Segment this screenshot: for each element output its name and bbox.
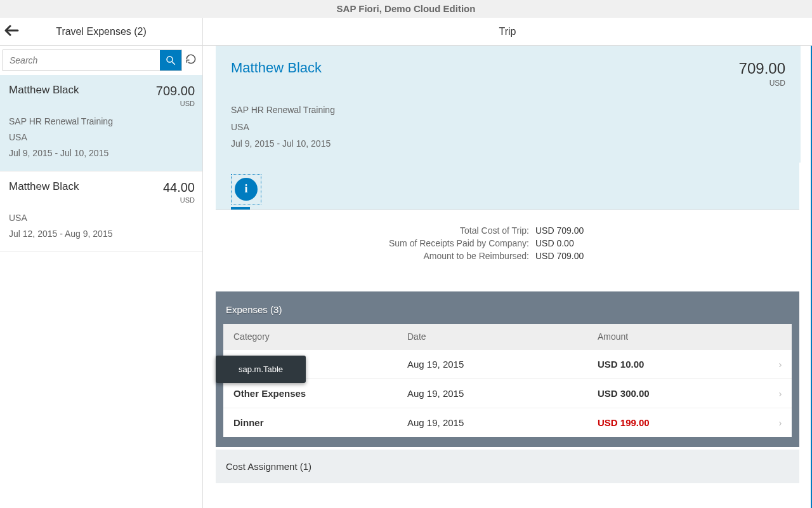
table-row[interactable]: Dinner Aug 19, 2015 USD 199.00 › [223,408,792,437]
table-row[interactable]: Lunch Aug 19, 2015 USD 10.00 › [223,349,792,378]
totals-value: USD 709.00 [529,225,584,236]
col-amount: Amount [598,331,769,342]
totals-value: USD 0.00 [529,238,574,248]
back-arrow-icon [4,25,19,36]
list-item-dates: Jul 12, 2015 - Aug 9, 2015 [9,226,195,242]
object-desc: SAP HR Renewal Training [231,102,785,119]
col-category: Category [223,331,407,342]
expenses-table: Category Date Amount Lunch Aug 19, 2015 … [223,324,792,437]
list-item-name: Matthew Black [9,84,79,97]
cell-category: Other Expenses [223,388,407,399]
list-item-currency: USD [156,100,195,107]
search-row [0,46,202,75]
cell-amount: USD 10.00 [598,359,769,370]
list-item[interactable]: Matthew Black 44.00 USD USA Jul 12, 2015… [0,171,202,251]
cell-category: Dinner [223,417,407,428]
svg-point-0 [167,57,173,62]
cell-amount: USD 199.00 [598,417,769,428]
table-row[interactable]: Other Expenses Aug 19, 2015 USD 300.00 › [223,378,792,408]
cell-category: Lunch [223,359,407,370]
split-container: Travel Expenses (2) [0,18,812,508]
svg-line-1 [172,62,175,65]
totals-label: Sum of Receipts Paid by Company: [231,238,529,248]
col-date: Date [407,331,598,342]
detail-title: Trip [203,18,812,46]
info-icon: i [235,178,258,201]
icon-tab-bar: i [216,163,799,210]
totals-block: Total Cost of Trip: USD 709.00 Sum of Re… [216,210,799,286]
expense-list: Matthew Black 709.00 USD SAP HR Renewal … [0,75,202,508]
object-amount: 709.00 [739,60,785,77]
object-header: Matthew Black 709.00 USD SAP HR Renewal … [216,46,801,163]
search-button[interactable] [160,50,181,70]
list-item-name: Matthew Black [9,180,79,193]
totals-label: Amount to be Reimbursed: [231,251,529,261]
object-dates: Jul 9, 2015 - Jul 10, 2015 [231,135,785,152]
list-item-country: USA [9,210,195,226]
cell-date: Aug 19, 2015 [407,359,598,370]
totals-value: USD 709.00 [529,251,584,261]
expenses-title: Expenses (3) [223,298,792,324]
cell-date: Aug 19, 2015 [407,417,598,428]
list-item-country: USA [9,130,195,145]
info-tab[interactable]: i [231,174,261,204]
list-item-amount: 44.00 [163,180,195,195]
list-item-amount: 709.00 [156,84,195,98]
master-header: Travel Expenses (2) [0,18,202,46]
object-title: Matthew Black [231,60,322,76]
detail-panel: Trip Matthew Black 709.00 USD SAP HR Ren… [203,18,812,508]
search-box [3,50,182,71]
search-input[interactable] [3,50,160,70]
detail-body[interactable]: Matthew Black 709.00 USD SAP HR Renewal … [203,46,812,508]
chevron-right-icon: › [769,388,792,399]
object-currency: USD [739,79,785,88]
totals-label: Total Cost of Trip: [231,225,529,236]
expenses-section: Expenses (3) Category Date Amount Lunch … [216,291,799,447]
refresh-icon [185,53,197,65]
cost-assignment-header: Cost Assignment (1) [216,450,799,483]
refresh-button[interactable] [185,53,200,68]
cell-date: Aug 19, 2015 [407,388,598,399]
back-button[interactable] [0,25,23,38]
master-panel: Travel Expenses (2) [0,18,203,508]
cell-amount: USD 300.00 [598,388,769,399]
object-country: USA [231,119,785,136]
chevron-right-icon: › [769,417,792,428]
list-item[interactable]: Matthew Black 709.00 USD SAP HR Renewal … [0,75,202,171]
search-icon [165,55,176,66]
table-header: Category Date Amount [223,324,792,349]
list-item-desc: SAP HR Renewal Training [9,114,195,130]
app-title: SAP Fiori, Demo Cloud Edition [0,0,812,18]
list-item-currency: USD [163,196,195,204]
chevron-right-icon: › [769,359,792,370]
list-item-dates: Jul 9, 2015 - Jul 10, 2015 [9,145,195,161]
master-title: Travel Expenses (2) [23,26,202,37]
